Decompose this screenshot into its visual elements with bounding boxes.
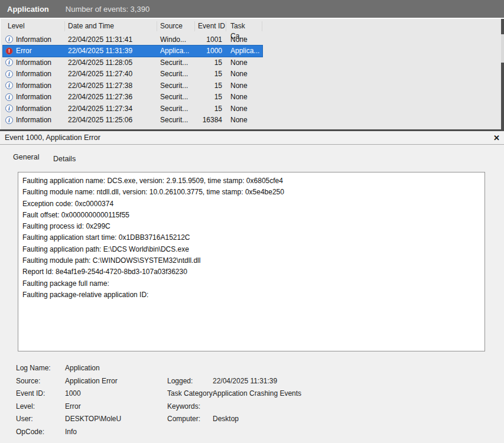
event-list-pane: Level Date and Time Source Event ID Task… [0, 18, 504, 129]
event-row[interactable]: iInformation 22/04/2025 11:27:38 Securit… [3, 80, 262, 92]
source-cell: Securit... [157, 82, 195, 90]
detail-label: Level: [16, 400, 65, 413]
tab-general[interactable]: General [13, 153, 39, 161]
information-icon: i [5, 35, 13, 43]
datetime-cell: 22/04/2025 11:31:39 [65, 47, 157, 55]
description-line: Faulting package full name: [22, 278, 480, 289]
datetime-cell: 22/04/2025 11:28:05 [65, 58, 157, 67]
description-line: Faulting module path: C:\WINDOWS\SYSTEM3… [22, 255, 480, 266]
information-icon: i [5, 105, 13, 112]
information-icon: i [5, 70, 13, 78]
source-cell: Securit... [157, 93, 195, 101]
source-cell: Securit... [157, 105, 195, 113]
detail-label: User: [16, 413, 65, 426]
close-icon[interactable]: ✕ [493, 134, 500, 142]
level-cell: Information [16, 105, 51, 113]
level-cell: Information [16, 70, 51, 78]
description-line: Faulting process id: 0x299C [22, 221, 480, 232]
detail-value: Error [65, 400, 167, 413]
detail-label: Log Name: [16, 362, 65, 375]
source-cell: Securit... [157, 58, 195, 67]
log-name: Application [7, 5, 49, 14]
detail-value [213, 400, 301, 413]
detail-value [213, 362, 301, 375]
information-icon: i [5, 116, 13, 124]
event-row[interactable]: iInformation 22/04/2025 11:28:05 Securit… [3, 57, 262, 69]
detail-value: Application [65, 362, 167, 375]
eventid-cell: 1001 [195, 35, 226, 44]
event-rows: iInformation 22/04/2025 11:31:41 Windo..… [1, 34, 504, 126]
detail-value: DESKTOP\MoleU [65, 413, 167, 426]
detail-value: Info [65, 426, 167, 439]
detail-label: Logged: [167, 375, 213, 388]
preview-tabs: General Details [13, 151, 76, 162]
datetime-cell: 22/04/2025 11:27:34 [65, 105, 157, 113]
taskcategory-cell: None [226, 58, 262, 67]
detail-label: Keywords: [167, 400, 213, 413]
detail-label: Source: [16, 375, 65, 388]
description-line: Faulting package-relative application ID… [22, 289, 480, 301]
description-line: Exception code: 0xc0000374 [22, 198, 480, 210]
preview-pane: General Details Faulting application nam… [0, 145, 504, 443]
information-icon: i [5, 58, 13, 66]
eventid-cell: 15 [195, 70, 226, 78]
event-row-selected[interactable]: !Error 22/04/2025 11:31:39 Applica... 10… [3, 45, 262, 57]
event-row[interactable]: iInformation 22/04/2025 11:27:36 Securit… [3, 92, 262, 103]
column-header-taskcategory[interactable]: Task Ca... [226, 21, 262, 31]
eventid-cell: 15 [195, 93, 226, 101]
column-header-source[interactable]: Source [157, 21, 195, 31]
eventid-cell: 15 [195, 58, 226, 67]
information-icon: i [5, 93, 13, 101]
vertical-scrollbar[interactable] [501, 19, 504, 131]
event-row[interactable]: iInformation 22/04/2025 11:27:34 Securit… [3, 103, 262, 115]
description-line: Fault offset: 0x0000000000115f55 [22, 210, 480, 221]
datetime-cell: 22/04/2025 11:31:41 [65, 35, 157, 44]
detail-label [167, 426, 213, 439]
datetime-cell: 22/04/2025 11:25:06 [65, 116, 157, 124]
error-icon: ! [5, 47, 13, 55]
level-cell: Information [16, 82, 51, 90]
source-cell: Windo... [157, 35, 195, 44]
tab-details[interactable]: Details [53, 155, 76, 163]
detail-label: Computer: [167, 413, 213, 426]
event-description-box[interactable]: Faulting application name: DCS.exe, vers… [18, 172, 485, 351]
event-row[interactable]: iInformation 22/04/2025 11:25:06 Securit… [3, 115, 262, 126]
column-header-level[interactable]: Level [3, 21, 65, 31]
description-line: Report Id: 8e4af1e9-254d-4720-8bd3-107a0… [22, 266, 480, 278]
information-icon: i [5, 82, 13, 89]
detail-value: Desktop [213, 413, 301, 426]
datetime-cell: 22/04/2025 11:27:36 [65, 93, 157, 101]
detail-value: Application Error [65, 375, 167, 388]
eventid-cell: 15 [195, 105, 226, 113]
detail-label [167, 362, 213, 375]
column-header-datetime[interactable]: Date and Time [65, 21, 157, 31]
event-details-grid: Log Name: Application Source: Applicatio… [16, 362, 301, 439]
detail-label: Task Category: [167, 387, 213, 400]
taskcategory-cell: None [226, 70, 262, 78]
detail-label: OpCode: [16, 426, 65, 439]
detail-value [213, 426, 301, 439]
detail-label: Event ID: [16, 387, 65, 400]
datetime-cell: 22/04/2025 11:27:40 [65, 70, 157, 78]
level-cell: Information [16, 35, 51, 44]
column-header-eventid[interactable]: Event ID [195, 21, 226, 31]
source-cell: Applica... [157, 47, 195, 55]
description-line: Faulting module name: ntdll.dll, version… [22, 187, 480, 198]
scrollbar-thumb[interactable] [501, 34, 504, 63]
column-header-row: Level Date and Time Source Event ID Task… [1, 19, 504, 34]
level-cell: Information [16, 116, 51, 124]
taskcategory-cell: Applica... [226, 47, 262, 55]
detail-value: 1000 [65, 387, 167, 400]
preview-header: Event 1000, Application Error ✕ [0, 131, 504, 145]
description-line: Faulting application path: E:\DCS World\… [22, 244, 480, 255]
taskcategory-cell: None [226, 105, 262, 113]
log-title-bar: Application Number of events: 3,390 [0, 0, 504, 18]
source-cell: Securit... [157, 70, 195, 78]
description-line: Faulting application name: DCS.exe, vers… [22, 175, 480, 187]
level-cell: Information [16, 93, 51, 101]
event-row[interactable]: iInformation 22/04/2025 11:27:40 Securit… [3, 69, 262, 80]
event-row[interactable]: iInformation 22/04/2025 11:31:41 Windo..… [3, 34, 262, 45]
preview-title: Event 1000, Application Error [5, 133, 493, 142]
datetime-cell: 22/04/2025 11:27:38 [65, 82, 157, 90]
taskcategory-cell: None [226, 35, 262, 44]
